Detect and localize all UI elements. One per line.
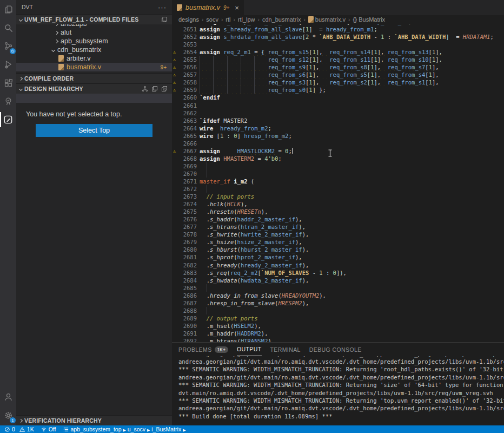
code-line-2661[interactable]: 2661	[172, 102, 504, 109]
explorer-icon[interactable]	[0, 0, 16, 18]
code-line-2686[interactable]: 2686 .hready_in_from_slave(HREADYOUTM2),	[172, 292, 504, 299]
code-line-2685[interactable]: 2685	[172, 284, 504, 292]
code-line-2651[interactable]: 2651assign s_hready_from_all_slave[1] = …	[172, 25, 504, 33]
code-line-2672[interactable]: 2672	[172, 185, 504, 193]
connections-clock-badge	[10, 48, 16, 54]
code-editor[interactable]: 2650assign s_hresp_from_all_slave[2 * 2 …	[172, 24, 504, 342]
section-compile-order[interactable]: COMPILE ORDER	[16, 73, 172, 83]
breadcrumb-item-designs[interactable]: designs	[178, 16, 199, 23]
dvt-server-status[interactable]: Off	[41, 426, 56, 432]
code-line-2673[interactable]: 2673 // input ports	[172, 193, 504, 200]
code-line-2676[interactable]: 2676 .s_haddr(haddr_2_master_if),	[172, 215, 504, 223]
code-line-2681[interactable]: 2681 .s_hprot(hprot_2_master_if),	[172, 253, 504, 261]
output-log[interactable]: andreea.georgian/git/dvt.main/ro.amiq.dv…	[172, 356, 504, 426]
verify-icon[interactable]	[0, 92, 16, 110]
dvt-panel-icon[interactable]	[0, 110, 16, 129]
code-line-2688[interactable]: 2688	[172, 307, 504, 314]
code-line-2663[interactable]: 2663`ifdef MASTER2	[172, 117, 504, 124]
select-top-button[interactable]: Select Top	[36, 124, 152, 137]
collapse-all-icon[interactable]	[161, 86, 168, 92]
line-number: 2681	[178, 253, 197, 261]
line-number: 2684	[178, 277, 197, 284]
copy-icon[interactable]	[151, 86, 158, 92]
collapse-all-icon[interactable]	[161, 16, 168, 23]
code-line-2660[interactable]: 2660`endif	[172, 94, 504, 101]
section-compiled-files[interactable]: UVM_REF_FLOW_1.1 - COMPILED FILES	[16, 14, 172, 24]
panel-tab-debug-console[interactable]: DEBUG CONSOLE	[309, 343, 362, 356]
code-line-2668[interactable]: 2668assign HMASTERM2 = 4'b0;	[172, 155, 504, 162]
chevron-right-icon	[19, 418, 23, 422]
code-line-2656[interactable]: ⚠2656 req_from_s9[1], req_from_s8[1], re…	[172, 63, 504, 71]
search-icon[interactable]	[0, 18, 16, 37]
breadcrumb-item-busmatrix-v[interactable]: busmatrix.v	[308, 16, 346, 23]
gutter	[172, 322, 178, 330]
code-line-2669[interactable]: 2669	[172, 162, 504, 170]
code-line-2680[interactable]: 2680 .s_hburst(hburst_2_master_if),	[172, 246, 504, 253]
breadcrumb-separator: ›	[232, 17, 236, 23]
more-actions-icon[interactable]: ···	[158, 3, 167, 11]
panel-tab-terminal[interactable]: TERMINAL	[270, 343, 301, 356]
code-line-2662[interactable]: 2662	[172, 109, 504, 117]
tab-busmatrix[interactable]: busmatrix.v 9+ ×	[172, 0, 244, 15]
code-line-2665[interactable]: 2665wire [1 : 0] hresp_from_m2;	[172, 132, 504, 140]
code-line-2684[interactable]: 2684 .s_hwdata(hwdata_2_master_if),	[172, 277, 504, 284]
code-line-2667[interactable]: ⚠2667assign HMASTLOCKM2 = 0;	[172, 147, 504, 155]
tree-item-apb_subsystem[interactable]: apb_subsystem	[16, 37, 172, 45]
code-line-2674[interactable]: 2674 .hclk(HCLK),	[172, 200, 504, 208]
code-line-2683[interactable]: 2683 .s_req(req_2_m2[`NUM_OF_SLAVES - 1 …	[172, 269, 504, 277]
hierarchy-path[interactable]: apb_subsystem_top ▶ u_socv ▶ i_BusMatrix…	[63, 426, 187, 432]
extensions-icon[interactable]	[0, 74, 16, 92]
close-icon[interactable]: ×	[235, 4, 239, 12]
breadcrumb-separator: ›	[257, 17, 261, 23]
breadcrumb-item-cdn_busmatrix[interactable]: cdn_busmatrix	[262, 16, 301, 23]
breadcrumb-label: designs	[178, 16, 199, 23]
breadcrumb-item-BusMatrix[interactable]: {}BusMatrix	[353, 16, 385, 23]
code-line-2666[interactable]: 2666	[172, 140, 504, 147]
account-icon[interactable]	[0, 388, 16, 406]
type-hierarchy-icon[interactable]	[142, 86, 148, 92]
gutter	[172, 215, 178, 223]
code-line-2675[interactable]: 2675 .hresetn(HRESETn),	[172, 208, 504, 215]
code-line-2670[interactable]: 2670	[172, 170, 504, 178]
gutter	[172, 170, 178, 178]
connections-icon[interactable]	[0, 37, 16, 55]
code-line-content: .hready_in_from_slave(HREADYOUTM2),	[197, 292, 504, 299]
code-line-2658[interactable]: ⚠2658 req_from_s3[1], req_from_s2[1], re…	[172, 78, 504, 86]
section-verification-hierarchy[interactable]: VERIFICATION HIERARCHY	[16, 415, 172, 425]
code-line-2657[interactable]: ⚠2657 req_from_s6[1], req_from_s5[1], re…	[172, 71, 504, 78]
breadcrumb-item-socv[interactable]: socv	[206, 16, 218, 23]
problems-status[interactable]: 0 1K	[4, 426, 34, 432]
run-debug-icon[interactable]	[0, 55, 16, 74]
code-line-2682[interactable]: 2682 .s_hready(hready_2_master_if),	[172, 261, 504, 269]
code-line-2659[interactable]: ⚠2659 req_from_s0[1] };	[172, 86, 504, 94]
tree-item-busmatrix-v[interactable]: busmatrix.v9+	[16, 63, 172, 71]
code-line-2691[interactable]: 2691 .m_haddr(HADDRM2),	[172, 330, 504, 337]
code-line-2677[interactable]: 2677 .s_htrans(htran_2_master_if),	[172, 223, 504, 231]
settings-gear-icon[interactable]: 1	[0, 406, 16, 424]
code-line-2687[interactable]: 2687 .hresp_in_from_slave(HRESPM2),	[172, 299, 504, 307]
code-line-2678[interactable]: 2678 .s_hwrite(hwrite_2_master_if),	[172, 231, 504, 238]
code-line-2671[interactable]: 2671master_if i_m2 (	[172, 178, 504, 185]
code-line-2652[interactable]: 2652assign s_hrdata_from_all_slave[2 * `…	[172, 33, 504, 41]
code-line-content: .hresp_in_from_slave(HRESPM2),	[197, 299, 504, 307]
code-line-2655[interactable]: ⚠2655 req_from_s12[1], req_from_s11[1], …	[172, 56, 504, 63]
code-line-2679[interactable]: 2679 .s_hsize(hsize_2_master_if),	[172, 238, 504, 246]
code-line-content	[197, 307, 504, 314]
breadcrumb-item-rtl_lpw[interactable]: rtl_lpw	[238, 16, 255, 23]
chevron-right-icon	[19, 76, 23, 80]
code-line-2664[interactable]: 2664wire hready_from_m2;	[172, 124, 504, 132]
breadcrumb-item-rtl[interactable]: rtl	[226, 16, 230, 23]
code-line-2690[interactable]: 2690 .m_hsel(HSELM2),	[172, 322, 504, 330]
code-line-2689[interactable]: 2689 // output ports	[172, 314, 504, 322]
panel-tab-problems[interactable]: PROBLEMS1K+	[178, 343, 228, 356]
panel-tab-output[interactable]: OUTPUT	[237, 343, 262, 356]
code-line-2653[interactable]: 2653	[172, 41, 504, 48]
design-hierarchy-empty-row[interactable]	[16, 94, 172, 103]
tree-item-alut[interactable]: alut	[16, 28, 172, 37]
section-design-hierarchy[interactable]: DESIGN HIERARCHY	[16, 83, 172, 94]
tree-item-cdn_busmatrix[interactable]: cdn_busmatrix	[16, 45, 172, 54]
code-line-2654[interactable]: ⚠2654assign req_2_m1 = { req_from_s15[1]…	[172, 48, 504, 56]
tree-item-ahb2apb[interactable]: ahb2apb	[16, 24, 172, 28]
tree-item-arbiter-v[interactable]: arbiter.v	[16, 54, 172, 63]
code-line-2692[interactable]: 2692 .m_htrans(HTRANSM2),	[172, 337, 504, 342]
